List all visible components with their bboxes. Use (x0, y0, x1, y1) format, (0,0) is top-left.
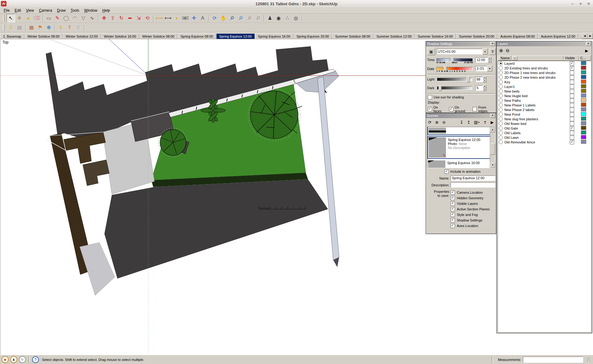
scene-tab[interactable]: Spring Equinox 16:00 (255, 33, 293, 39)
eraser-icon[interactable]: ⌫ (32, 14, 41, 23)
layer-row[interactable]: New beds (498, 89, 591, 93)
update-scene-icon[interactable]: ⟳ (427, 119, 433, 125)
scroll-thumb[interactable] (490, 143, 495, 155)
pan-tool-icon[interactable]: ✋ (219, 14, 228, 23)
google-earth-icon[interactable]: ⊕ (44, 23, 53, 32)
scenes-titlebar[interactable]: Scenes × (426, 113, 496, 118)
scene-property-checkbox[interactable] (451, 224, 455, 228)
edit-pencil-icon[interactable]: ✎ (443, 153, 446, 158)
scene-item-selected[interactable]: ✎ Spring Equinox 12:00 Photo: None No De… (427, 136, 495, 159)
layer-visible-checkbox[interactable] (570, 61, 574, 66)
minimize-button[interactable]: – (571, 2, 574, 6)
zoom-previous-icon[interactable]: ⚲ (245, 14, 254, 23)
layer-visible-checkbox[interactable] (570, 75, 574, 80)
close-button[interactable]: × (587, 2, 590, 6)
timezone-select[interactable]: UTC+01:00 (437, 49, 482, 54)
scene-property-checkbox[interactable] (451, 213, 455, 217)
layers-titlebar[interactable]: Layers × (497, 41, 592, 46)
move-scene-up-icon[interactable]: ↥ (465, 119, 472, 125)
toolbar-button[interactable] (82, 23, 86, 32)
scenes-collapse-button[interactable]: ▬▲ (482, 119, 488, 125)
layers-header-name[interactable]: Name ▽ (498, 56, 563, 61)
on-ground-checkbox[interactable] (449, 107, 453, 111)
layer-color-chip[interactable] (581, 89, 586, 93)
layer-row[interactable]: Old Labels (498, 130, 591, 135)
layer-row[interactable]: 2D Existing trees and shrubs (498, 66, 591, 70)
layer-row[interactable]: Old Removble fence (498, 140, 591, 144)
layer-active-radio[interactable] (499, 103, 503, 107)
layers-header-visible[interactable]: Visible (563, 56, 579, 61)
layer-active-radio[interactable] (499, 71, 503, 75)
rotate-tool-icon[interactable]: ↻ (117, 14, 126, 23)
help-icon[interactable]: ? (32, 356, 39, 363)
layer-active-radio[interactable] (499, 61, 503, 65)
layers-close-icon[interactable]: × (586, 42, 591, 46)
layer-row[interactable]: New Pond (498, 112, 591, 117)
light-slider-thumb[interactable] (467, 77, 470, 82)
layers-details-icon[interactable]: ▶ (583, 48, 590, 54)
scene-name-input[interactable]: Spring Equinox 12:00 (451, 176, 495, 181)
tape-measure-icon[interactable]: ⟼ (155, 14, 164, 23)
remove-layer-icon[interactable]: ⊖ (504, 48, 511, 54)
on-faces-checkbox[interactable] (428, 107, 432, 111)
scene-tab[interactable]: Spring Equinox 08:00 (177, 33, 216, 39)
arc-tool-icon[interactable]: ◠ (70, 14, 79, 23)
freehand-tool-icon[interactable]: ∿ (88, 14, 96, 23)
layer-visible-checkbox[interactable] (570, 71, 574, 75)
menu-item[interactable]: Draw (55, 8, 68, 13)
layer-active-radio[interactable] (499, 80, 503, 84)
menu-item[interactable]: Window (82, 8, 100, 13)
layer-active-radio[interactable] (499, 126, 503, 130)
scene-tab[interactable]: Winter Solstice 08:00 (139, 33, 178, 39)
lower-garden-band[interactable] (104, 179, 328, 279)
claim-credit-icon[interactable]: ♟ (10, 356, 17, 363)
zoom-tool-icon[interactable]: ⚲ (228, 14, 236, 23)
toolbar-button[interactable] (262, 14, 266, 23)
add-layer-icon[interactable]: ⊕ (498, 48, 504, 54)
show-details-icon[interactable]: ▶ (489, 119, 495, 125)
axes-tool-icon[interactable]: ✛ (190, 14, 198, 23)
layer-color-chip[interactable] (581, 121, 586, 125)
layer-row[interactable]: Layer0 (498, 61, 591, 66)
3d-text-tool-icon[interactable]: A (198, 14, 207, 23)
layer-color-chip[interactable] (581, 140, 586, 144)
layer-row[interactable]: New Paths (498, 98, 591, 103)
walk-tool-icon[interactable]: ∴ (283, 14, 292, 23)
menu-item[interactable]: Tools (68, 8, 82, 13)
shadow-settings-titlebar[interactable]: Shadow Settings × (426, 41, 496, 46)
layer-color-chip[interactable] (581, 107, 586, 111)
layers-header-color[interactable]: C... (579, 56, 591, 61)
time-spinner[interactable]: ▲▼ (488, 57, 491, 63)
push-pull-tool-icon[interactable]: ⇧ (108, 14, 117, 23)
resize-grip[interactable] (587, 358, 591, 362)
measurements-input[interactable] (523, 357, 583, 363)
date-input[interactable]: 3 /21 (475, 66, 487, 71)
layer-color-chip[interactable] (581, 66, 586, 70)
protractor-icon[interactable]: ◗ (172, 14, 181, 23)
scene-property-checkbox[interactable] (451, 218, 455, 222)
raised-bed-2[interactable] (83, 160, 109, 186)
polygon-tool-icon[interactable]: ▽ (79, 14, 88, 23)
scenes-close-icon[interactable]: × (490, 114, 495, 118)
layer-color-chip[interactable] (581, 84, 586, 88)
layer-active-radio[interactable] (499, 122, 503, 126)
layer-row[interactable]: Key (498, 80, 591, 84)
tab-scroll-left-button[interactable]: ◀ (582, 33, 587, 39)
right-fence-strip[interactable] (318, 77, 339, 260)
layer-row[interactable]: Old Gate (498, 126, 591, 130)
scene-tab[interactable]: Summer Solstice 16:00 (415, 33, 456, 39)
layer-color-chip[interactable] (581, 112, 586, 116)
layer-visible-checkbox[interactable] (570, 85, 574, 89)
scene-item-partial-bottom[interactable]: Spring Equinox 16:00 (427, 160, 495, 168)
move-scene-down-icon[interactable]: ↧ (458, 119, 465, 125)
scene-tab[interactable]: Autumn Equinox 12:00 (538, 33, 578, 39)
scene-tab[interactable]: Spring Equinox 12:00 (216, 33, 255, 39)
toolbar-button[interactable] (24, 23, 27, 32)
zoom-window-icon[interactable]: ⚲ (236, 14, 245, 23)
scene-property-checkbox[interactable] (451, 201, 455, 206)
scene-tab[interactable]: Summer Solstice 20:00 (456, 33, 497, 39)
light-spinner[interactable]: ▲▼ (483, 76, 486, 82)
scene-property-checkbox[interactable] (451, 190, 455, 195)
scroll-up-icon[interactable]: ▲ (490, 127, 495, 132)
menu-item[interactable]: Camera (36, 8, 55, 13)
